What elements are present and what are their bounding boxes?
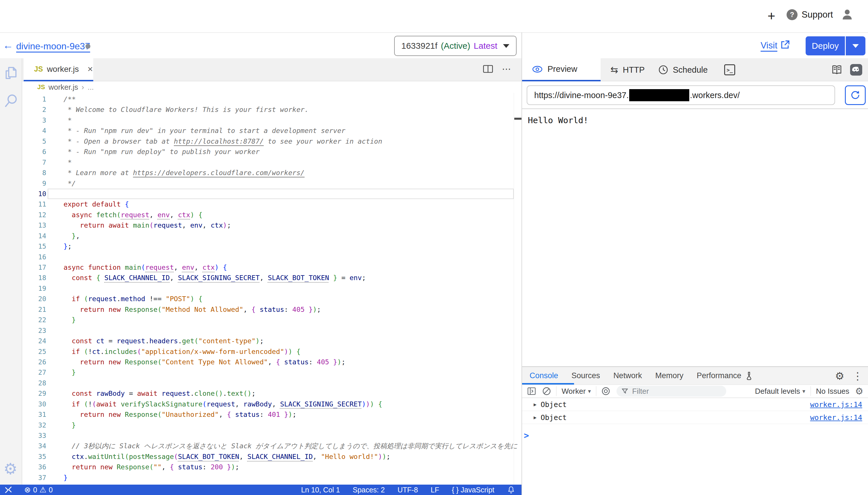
breadcrumb-more[interactable]: ... (87, 83, 94, 92)
encoding-setting[interactable]: UTF-8 (398, 486, 418, 494)
refresh-button[interactable] (845, 85, 866, 105)
code-line[interactable]: 14 }, (22, 231, 522, 241)
code-editor[interactable]: 1/**2 * Welcome to Cloudflare Workers! T… (22, 93, 522, 484)
issues-counter[interactable]: No Issues (816, 387, 850, 396)
console-prompt-chevron[interactable]: > (524, 430, 529, 441)
code-line[interactable]: 4 * - Run "npm run dev" in your terminal… (22, 125, 522, 136)
code-line[interactable]: 30 if (!(await verifySlackSignature(requ… (22, 399, 522, 409)
console-object-label[interactable]: Object (541, 400, 567, 409)
tab-worker-js[interactable]: JS worker.js × (24, 58, 93, 81)
code-line[interactable]: 37} (22, 473, 522, 483)
split-editor-icon[interactable] (483, 64, 493, 73)
console-source-link[interactable]: worker.js:14 (810, 413, 862, 422)
indentation-setting[interactable]: Spaces: 2 (353, 486, 384, 494)
preview-url-input[interactable]: https://divine-moon-9e37..workers.dev/ (527, 85, 835, 105)
console-message-row[interactable]: ▶Objectworker.js:14 (522, 411, 868, 424)
console-settings-gear-icon[interactable]: ⚙ (855, 386, 863, 396)
add-icon[interactable]: + (768, 8, 775, 23)
deploy-button[interactable]: Deploy (806, 36, 845, 55)
more-actions-icon[interactable]: ⋯ (502, 64, 511, 74)
close-icon[interactable]: × (87, 64, 93, 74)
code-line[interactable]: 18 const { SLACK_CHANNEL_ID, SLACK_SIGNI… (22, 273, 522, 283)
devtools-settings-icon[interactable]: ⚙ (835, 370, 844, 382)
code-line[interactable]: 24 const ct = request.headers.get("conte… (22, 336, 522, 346)
preview-url-row: https://divine-moon-9e37..workers.dev/ (522, 81, 868, 109)
dock-panel-icon[interactable] (527, 387, 536, 395)
code-line[interactable]: 16 (22, 252, 522, 262)
tab-sources[interactable]: Sources (571, 371, 600, 380)
code-line[interactable]: 32 } (22, 420, 522, 430)
project-name-link[interactable]: divine-moon-9e37 (16, 41, 90, 52)
code-line[interactable]: 12 async fetch(request, env, ctx) { (22, 210, 522, 220)
code-line[interactable]: 35 ctx.waitUntil(postMessage(SLACK_BOT_T… (22, 451, 522, 462)
kebab-menu-icon[interactable]: ⋮ (852, 370, 863, 382)
files-icon[interactable] (4, 66, 18, 82)
version-dropdown[interactable]: 1633921f (Active) Latest (394, 36, 517, 56)
discord-icon[interactable] (850, 64, 862, 75)
settings-gear-icon[interactable]: ⚙ (3, 461, 17, 477)
breadcrumb-file[interactable]: worker.js (49, 83, 78, 92)
breadcrumb[interactable]: JS worker.js › ... (22, 81, 522, 93)
notifications-bell-icon[interactable] (507, 486, 515, 494)
code-line[interactable]: 27 } (22, 367, 522, 378)
error-count: 0 (33, 486, 37, 494)
code-line[interactable]: 20 if (request.method !== "POST") { (22, 294, 522, 304)
code-line[interactable]: 23 (22, 325, 522, 336)
tab-console[interactable]: Console (529, 371, 558, 380)
code-line[interactable]: 29 const rawBody = await request.clone()… (22, 388, 522, 399)
expand-triangle-icon[interactable]: ▶ (534, 402, 537, 407)
code-line[interactable]: 25 if (!ct.includes("application/x-www-f… (22, 346, 522, 357)
code-line[interactable]: 33 (22, 430, 522, 441)
back-arrow-icon[interactable]: ← (3, 39, 13, 51)
code-line[interactable]: 2 * Welcome to Cloudflare Workers! This … (22, 104, 522, 115)
language-mode[interactable]: { } JavaScript (452, 486, 494, 494)
code-line[interactable]: 22 } (22, 315, 522, 325)
code-line[interactable]: 17async function main(request, env, ctx)… (22, 262, 522, 273)
code-line[interactable]: 3 * (22, 115, 522, 125)
code-line[interactable]: 7 * (22, 157, 522, 168)
live-expression-eye-icon[interactable] (602, 387, 610, 395)
tab-terminal[interactable]: >_ (724, 58, 735, 81)
code-line[interactable]: 36 return new Response("", { status: 200… (22, 462, 522, 472)
code-line[interactable]: 15}; (22, 241, 522, 252)
tab-http[interactable]: ⇆ HTTP (610, 58, 645, 81)
problems-indicator[interactable]: ⊗ 0 ⚠ 0 (24, 485, 53, 494)
console-filter-input[interactable]: Filter (617, 386, 726, 397)
code-line[interactable]: 34 // 3秒以内に Slack ヘレスポンスを返さないと Slack がタイ… (22, 441, 522, 451)
cursor-position[interactable]: Ln 10, Col 1 (301, 486, 340, 494)
code-line[interactable]: 5 * - Open a browser tab at http://local… (22, 136, 522, 147)
code-line[interactable]: 6 * - Run "npm run deploy" to publish yo… (22, 147, 522, 157)
code-line[interactable]: 9 */ (22, 178, 522, 189)
code-line[interactable]: 10 (22, 189, 522, 199)
tab-network[interactable]: Network (613, 371, 642, 380)
code-line[interactable]: 19 (22, 283, 522, 294)
code-line[interactable]: 31 return new Response("Unauthorized", {… (22, 409, 522, 420)
tab-memory[interactable]: Memory (655, 371, 684, 380)
support-link[interactable]: ? Support (787, 9, 833, 20)
tab-preview[interactable]: Preview (522, 58, 601, 81)
code-line[interactable]: 21 return new Response("Method Not Allow… (22, 304, 522, 315)
code-line[interactable]: 13 return await main(request, env, ctx); (22, 220, 522, 231)
editor-scrollbar[interactable] (514, 93, 514, 484)
code-line[interactable]: 1/** (22, 94, 522, 104)
remote-indicator-icon[interactable] (4, 485, 13, 494)
clear-console-icon[interactable] (542, 387, 551, 395)
code-line[interactable]: 26 return new Response("Content Type Not… (22, 357, 522, 367)
log-levels-select[interactable]: Default levels (755, 387, 800, 396)
tab-performance[interactable]: Performance (697, 371, 741, 380)
expand-triangle-icon[interactable]: ▶ (534, 414, 537, 420)
eol-setting[interactable]: LF (431, 486, 439, 494)
code-line[interactable]: 8 * Learn more at https://developers.clo… (22, 168, 522, 178)
code-line[interactable]: 28 (22, 378, 522, 388)
tab-schedule[interactable]: Schedule (658, 58, 708, 81)
console-message-row[interactable]: ▶Objectworker.js:14 (522, 398, 868, 411)
search-icon[interactable] (4, 93, 18, 109)
docs-book-icon[interactable] (831, 65, 842, 75)
console-context-select[interactable]: Worker (562, 387, 586, 396)
console-object-label[interactable]: Object (541, 413, 567, 422)
console-source-link[interactable]: worker.js:14 (810, 400, 862, 409)
code-line[interactable]: 11export default { (22, 199, 522, 209)
deploy-dropdown-button[interactable] (846, 36, 865, 55)
visit-link[interactable]: Visit (760, 40, 777, 51)
account-icon[interactable] (841, 8, 854, 21)
